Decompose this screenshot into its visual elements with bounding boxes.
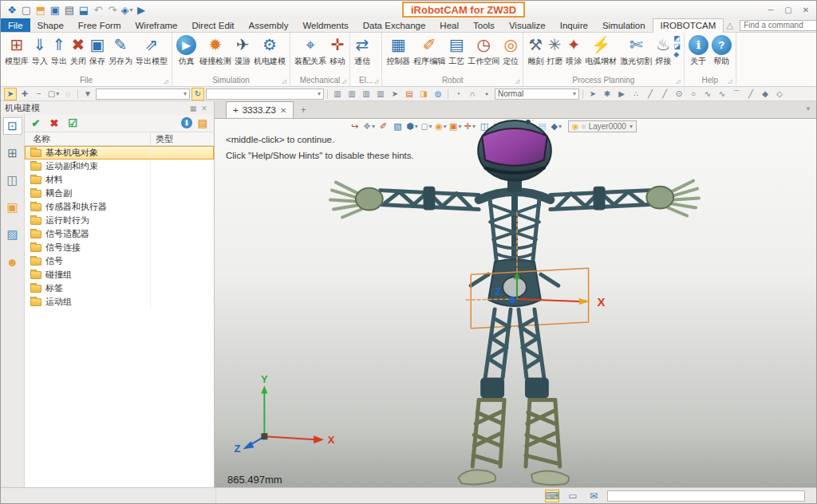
dialog-launcher-icon[interactable]: ◿ xyxy=(282,78,286,85)
tab-close-icon[interactable]: ✕ xyxy=(280,106,286,115)
tab-heal[interactable]: Heal xyxy=(432,18,466,32)
import-button[interactable]: ⇓导入 xyxy=(30,33,49,67)
surface-dark-tool-icon[interactable]: ◆ xyxy=(759,88,772,100)
undo-icon[interactable]: ↶ xyxy=(91,2,105,17)
command-input[interactable] xyxy=(607,490,805,502)
ribbon-collapse-icon[interactable]: ▼ xyxy=(805,105,811,112)
small-tool-corner-icon[interactable]: ◩ xyxy=(673,35,681,42)
part-library-icon[interactable]: ▣ xyxy=(3,199,22,216)
workspace-button[interactable]: ◷工作空间 xyxy=(466,33,501,67)
pick-filter-icon[interactable]: ▼ xyxy=(81,88,94,100)
apply-checkbox-button[interactable]: ☑ xyxy=(65,117,80,130)
info-icon[interactable]: ℹ xyxy=(181,117,192,128)
polyline-tool-icon[interactable]: ╱ xyxy=(658,88,671,100)
walkthrough-button[interactable]: ✈漫游 xyxy=(233,33,252,67)
assembly-relation-button[interactable]: ⌖装配关系 xyxy=(293,33,328,67)
tab-free-form[interactable]: Free Form xyxy=(71,18,128,32)
display-monitor-icon[interactable]: ▭ xyxy=(566,490,580,502)
select-cursor-icon[interactable]: ➤ xyxy=(4,88,17,100)
tab-inquire[interactable]: Inquire xyxy=(553,18,595,32)
clip-tool-icon[interactable]: ∩ xyxy=(466,88,479,100)
arc-tool-icon[interactable]: ⌒ xyxy=(730,88,743,100)
about-button[interactable]: ℹ关于 xyxy=(687,33,710,67)
weld-button[interactable]: ♨焊接 xyxy=(653,33,673,67)
move-button[interactable]: ✛移动 xyxy=(328,33,347,67)
laser-cut-button[interactable]: ✄激光切割 xyxy=(618,33,653,67)
tree-row[interactable]: 运动副和约束 xyxy=(25,159,214,173)
dialog-launcher-icon[interactable]: ◿ xyxy=(676,78,680,85)
tab-direct-edit[interactable]: Direct Edit xyxy=(185,18,242,32)
engrave-button[interactable]: ⚒雕刻 xyxy=(526,33,545,67)
notification-icon[interactable]: △ xyxy=(724,20,736,30)
tab-assembly[interactable]: Assembly xyxy=(242,18,296,32)
web-globe-icon[interactable]: ◍ xyxy=(432,88,444,100)
history-regen-icon[interactable]: ↻ xyxy=(191,88,204,100)
spray-button[interactable]: ✦喷涂 xyxy=(564,33,583,67)
surface-light-tool-icon[interactable]: ◇ xyxy=(773,88,786,100)
simulate-button[interactable]: ▶仿真 xyxy=(175,33,198,67)
controller-button[interactable]: ▦控制器 xyxy=(385,33,412,67)
model-library-button[interactable]: ⊞模型库 xyxy=(3,33,30,67)
sine-tool-icon[interactable]: ∿ xyxy=(716,88,728,100)
tab-visualize[interactable]: Visualize xyxy=(502,18,553,32)
input-mode-icon[interactable]: ⌨ xyxy=(545,490,559,502)
message-log-icon[interactable]: ✉ xyxy=(586,490,601,502)
positioning-button[interactable]: ◎定位 xyxy=(501,33,520,67)
tab-wireframe[interactable]: Wireframe xyxy=(128,18,184,32)
robot-model[interactable]: X Z xyxy=(215,119,816,487)
process-button[interactable]: ▤工艺 xyxy=(447,33,466,67)
column-name[interactable]: 名称 xyxy=(25,132,151,145)
save-as-button[interactable]: ✎另存为 xyxy=(107,33,134,67)
user-session-icon[interactable]: ☻ xyxy=(3,253,22,270)
datum-display-icon[interactable]: ▥ xyxy=(331,88,344,100)
program-edit-button[interactable]: ✐程序编辑 xyxy=(412,33,447,67)
tree-row[interactable]: 耦合副 xyxy=(25,187,214,200)
save-file-icon[interactable]: ▣ xyxy=(48,2,62,17)
panel-close-icon[interactable]: ✕ xyxy=(199,104,210,112)
export-button[interactable]: ⇑导出 xyxy=(49,33,69,67)
small-tool-patch-icon[interactable]: ◆ xyxy=(673,51,681,58)
tree-row[interactable]: 信号连接 xyxy=(25,241,214,254)
dialog-launcher-icon[interactable]: ◿ xyxy=(342,78,346,85)
help-button[interactable]: ?帮助 xyxy=(710,33,733,67)
filter-combo[interactable] xyxy=(96,89,190,100)
new-file-icon[interactable]: ▢ xyxy=(19,2,34,17)
curve-display-icon[interactable]: ▥ xyxy=(345,88,358,100)
print-icon[interactable]: ▤ xyxy=(62,2,77,17)
spin-tool-icon[interactable]: ◔ xyxy=(452,88,464,100)
segment-tool-icon[interactable]: ╱ xyxy=(744,88,757,100)
find-command-input[interactable] xyxy=(740,20,817,31)
dialog-launcher-icon[interactable]: ◿ xyxy=(164,78,168,85)
pick-point-icon[interactable]: ➤ xyxy=(586,88,599,100)
circle-center-tool-icon[interactable]: ⊙ xyxy=(673,88,685,100)
save-button[interactable]: ▣保存 xyxy=(88,33,107,67)
arc-additive-button[interactable]: ⚡电弧增材 xyxy=(583,33,618,67)
open-file-icon[interactable]: ⬒ xyxy=(34,2,48,17)
column-type[interactable]: 类型 xyxy=(151,132,214,145)
close-file-button[interactable]: ✖关闭 xyxy=(69,33,88,67)
polish-button[interactable]: ✳打磨 xyxy=(545,33,564,67)
window-maximize-button[interactable]: ▢ xyxy=(782,3,795,16)
publish-icon[interactable]: ⬓ xyxy=(77,2,91,17)
tab-file[interactable]: File xyxy=(1,18,30,32)
small-tool-face-icon[interactable]: ◪ xyxy=(673,43,681,50)
tree-row[interactable]: 碰撞组 xyxy=(25,268,214,282)
tree-row[interactable]: 信号 xyxy=(25,254,214,268)
tree-row[interactable]: 标签 xyxy=(25,282,214,295)
window-select-icon[interactable]: ▢ xyxy=(47,88,60,100)
cancel-button[interactable]: ✖ xyxy=(47,117,61,130)
communication-button[interactable]: ⇄通信 xyxy=(353,33,372,67)
redo-icon[interactable]: ↷ xyxy=(105,2,120,17)
report-icon[interactable]: ▤ xyxy=(195,117,210,130)
tab-data-exchange[interactable]: Data Exchange xyxy=(356,18,433,32)
selection-ring-icon[interactable]: ◈ xyxy=(120,2,134,17)
history-manager-icon[interactable]: ◫ xyxy=(3,171,22,189)
tree-row[interactable]: 运行时行为 xyxy=(25,214,214,227)
tab-simulation[interactable]: Simulation xyxy=(595,18,653,32)
remove-entity-icon[interactable]: − xyxy=(33,88,45,100)
spray-points-icon[interactable]: ✱ xyxy=(601,88,614,100)
add-entity-icon[interactable]: ✚ xyxy=(18,88,31,100)
dialog-launcher-icon[interactable]: ◿ xyxy=(374,78,378,85)
viewport-canvas[interactable]: ↪ ❖ ✐ ▧ ⬢ ◻ ◉ ▣ ✛ ◫ H ▦ ■ ▤ ◆ ◉ ○ Layer0… xyxy=(215,119,816,487)
tree-row[interactable]: 信号适配器 xyxy=(25,227,214,241)
